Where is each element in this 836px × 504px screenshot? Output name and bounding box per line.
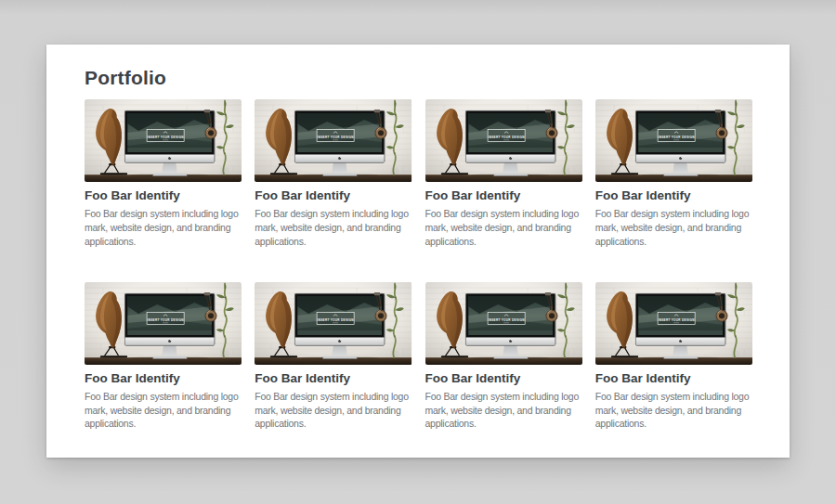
project-description: Foo Bar design system including logo mar… (595, 207, 752, 248)
project-thumbnail[interactable] (595, 282, 752, 365)
project-thumbnail[interactable] (255, 282, 411, 365)
portfolio-card: Foo Bar Identify Foo Bar design system i… (425, 99, 582, 248)
project-description: Foo Bar design system including logo mar… (425, 207, 582, 248)
project-thumbnail[interactable] (425, 282, 582, 365)
portfolio-card: Foo Bar Identify Foo Bar design system i… (595, 99, 752, 248)
portfolio-card: Foo Bar Identify Foo Bar design system i… (85, 282, 242, 431)
project-thumbnail[interactable] (255, 99, 411, 182)
project-thumbnail[interactable] (85, 99, 242, 182)
portfolio-grid: Foo Bar Identify Foo Bar design system i… (85, 99, 752, 431)
imac-desk-photo (425, 99, 582, 182)
portfolio-card: Foo Bar Identify Foo Bar design system i… (425, 282, 582, 431)
imac-desk-photo (85, 99, 242, 182)
portfolio-panel: Portfolio Foo Bar Identify Foo Bar desig… (46, 45, 790, 458)
imac-desk-photo (85, 282, 242, 365)
portfolio-card: Foo Bar Identify Foo Bar design system i… (595, 282, 752, 431)
project-title: Foo Bar Identify (255, 371, 411, 386)
imac-desk-photo (255, 99, 411, 182)
project-description: Foo Bar design system including logo mar… (85, 207, 242, 248)
project-title: Foo Bar Identify (595, 371, 752, 386)
imac-desk-photo (595, 282, 752, 365)
project-title: Foo Bar Identify (255, 188, 411, 203)
project-thumbnail[interactable] (595, 99, 752, 182)
project-title: Foo Bar Identify (425, 188, 582, 203)
project-description: Foo Bar design system including logo mar… (85, 390, 242, 431)
project-title: Foo Bar Identify (595, 188, 752, 203)
portfolio-card: Foo Bar Identify Foo Bar design system i… (255, 282, 411, 431)
project-title: Foo Bar Identify (85, 188, 242, 203)
project-description: Foo Bar design system including logo mar… (255, 390, 411, 431)
project-thumbnail[interactable] (425, 99, 582, 182)
project-description: Foo Bar design system including logo mar… (255, 207, 411, 248)
project-description: Foo Bar design system including logo mar… (425, 390, 582, 431)
portfolio-card: Foo Bar Identify Foo Bar design system i… (255, 99, 411, 248)
imac-desk-photo (255, 282, 411, 365)
imac-desk-photo (425, 282, 582, 365)
imac-desk-photo (595, 99, 752, 182)
project-title: Foo Bar Identify (425, 371, 582, 386)
portfolio-card: Foo Bar Identify Foo Bar design system i… (85, 99, 242, 248)
project-thumbnail[interactable] (85, 282, 242, 365)
project-title: Foo Bar Identify (85, 371, 242, 386)
desktop-background: Portfolio Foo Bar Identify Foo Bar desig… (0, 0, 836, 504)
project-description: Foo Bar design system including logo mar… (595, 390, 752, 431)
page-title: Portfolio (85, 67, 752, 89)
